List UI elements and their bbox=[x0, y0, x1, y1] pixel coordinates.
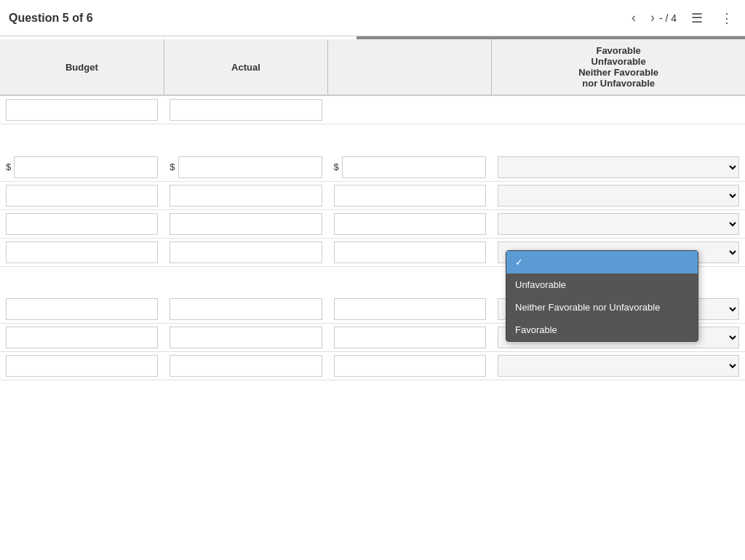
cell-type-1 bbox=[492, 95, 745, 124]
select-type-8[interactable]: Unfavorable Neither Favorable nor Unfavo… bbox=[498, 355, 739, 377]
input-variance-4[interactable] bbox=[334, 213, 486, 235]
cell-variance-8 bbox=[328, 352, 492, 380]
select-type-3[interactable]: Unfavorable Neither Favorable nor Unfavo… bbox=[498, 185, 739, 207]
col-header-type: FavorableUnfavorableNeither Favorablenor… bbox=[492, 39, 745, 95]
header-right: - / 4 ☰ ⋮ bbox=[659, 7, 736, 29]
select-type-4[interactable]: Unfavorable Neither Favorable nor Unfavo… bbox=[498, 213, 739, 235]
dollar-sign-budget: $ bbox=[6, 161, 11, 172]
input-variance-5[interactable] bbox=[334, 241, 486, 263]
input-budget-8[interactable] bbox=[6, 355, 158, 377]
col-header-budget: Budget bbox=[0, 39, 164, 95]
col-header-actual: Actual bbox=[164, 39, 327, 95]
cell-budget-1 bbox=[0, 95, 164, 124]
input-budget-dollar[interactable] bbox=[14, 156, 158, 178]
cell-budget-8 bbox=[0, 352, 164, 380]
table-row: Unfavorable Neither Favorable nor Unfavo… bbox=[0, 209, 745, 238]
input-actual-5[interactable] bbox=[170, 241, 322, 263]
input-variance-6[interactable] bbox=[334, 298, 486, 320]
cell-variance-4 bbox=[328, 209, 492, 238]
input-budget-5[interactable] bbox=[6, 241, 158, 263]
cell-variance-6 bbox=[328, 295, 492, 324]
cell-budget-dollar: $ bbox=[0, 153, 164, 182]
col-header-variance bbox=[328, 39, 492, 95]
table-row: Unfavorable Neither Favorable nor Unfavo… bbox=[0, 181, 745, 209]
more-icon-button[interactable]: ⋮ bbox=[717, 7, 736, 29]
table-row bbox=[0, 95, 745, 124]
header: Question 5 of 6 ‹ › - / 4 ☰ ⋮ bbox=[0, 0, 745, 36]
cell-actual-5 bbox=[164, 238, 327, 266]
input-budget-4[interactable] bbox=[6, 213, 158, 235]
input-variance-3[interactable] bbox=[334, 185, 486, 207]
input-actual-4[interactable] bbox=[170, 213, 322, 235]
prev-button[interactable]: ‹ bbox=[627, 7, 640, 28]
gap-row-2 bbox=[0, 139, 745, 153]
cell-budget-7 bbox=[0, 324, 164, 352]
cell-variance-3 bbox=[328, 181, 492, 209]
input-actual-7[interactable] bbox=[170, 327, 322, 348]
cell-type-dollar: Unfavorable Neither Favorable nor Unfavo… bbox=[492, 153, 745, 182]
input-variance-7[interactable] bbox=[334, 327, 486, 348]
page-count: - / 4 bbox=[659, 12, 677, 24]
main-content: Budget Actual FavorableUnfavorableNeithe… bbox=[0, 39, 745, 380]
cell-budget-4 bbox=[0, 209, 164, 238]
cell-actual-7 bbox=[164, 324, 327, 352]
table-row: $ $ $ bbox=[0, 153, 745, 182]
cell-variance-1 bbox=[328, 95, 492, 124]
input-actual-6[interactable] bbox=[170, 298, 322, 320]
table-row: Unfavorable Neither Favorable nor Unfavo… bbox=[0, 352, 745, 380]
input-actual-dollar[interactable] bbox=[178, 156, 322, 178]
cell-actual-8 bbox=[164, 352, 327, 380]
input-budget-1[interactable] bbox=[6, 99, 158, 121]
cell-actual-4 bbox=[164, 209, 327, 238]
input-variance-8[interactable] bbox=[334, 355, 486, 377]
cell-type-4: Unfavorable Neither Favorable nor Unfavo… bbox=[492, 209, 745, 238]
cell-actual-3 bbox=[164, 181, 327, 209]
cell-variance-7 bbox=[328, 324, 492, 352]
dropdown-item-unfavorable[interactable]: Unfavorable bbox=[506, 273, 698, 296]
select-type-dollar[interactable]: Unfavorable Neither Favorable nor Unfavo… bbox=[498, 156, 739, 178]
cell-actual-dollar: $ bbox=[164, 153, 327, 182]
cell-variance-dollar: $ bbox=[328, 153, 492, 182]
gap-row-1 bbox=[0, 124, 745, 139]
dropdown-item-label-unfavorable: Unfavorable bbox=[515, 279, 566, 290]
cell-budget-3 bbox=[0, 181, 164, 209]
dollar-sign-actual: $ bbox=[170, 161, 175, 172]
dropdown-item-label-neither: Neither Favorable nor Unfavorable bbox=[515, 302, 660, 313]
cell-variance-5 bbox=[328, 238, 492, 266]
input-budget-7[interactable] bbox=[6, 327, 158, 348]
nav-buttons: ‹ › bbox=[627, 7, 659, 28]
next-button[interactable]: › bbox=[646, 7, 659, 28]
input-actual-1[interactable] bbox=[170, 99, 322, 121]
list-icon-button[interactable]: ☰ bbox=[688, 7, 706, 29]
input-variance-dollar[interactable] bbox=[342, 156, 486, 178]
cell-budget-6 bbox=[0, 295, 164, 324]
dropdown-item-favorable[interactable]: Favorable bbox=[506, 319, 698, 341]
input-budget-3[interactable] bbox=[6, 185, 158, 207]
cell-type-3: Unfavorable Neither Favorable nor Unfavo… bbox=[492, 181, 745, 209]
dropdown-item-label-favorable: Favorable bbox=[515, 324, 557, 335]
cell-type-8: Unfavorable Neither Favorable nor Unfavo… bbox=[492, 352, 745, 380]
input-budget-6[interactable] bbox=[6, 298, 158, 320]
dropdown-item-neither[interactable]: Neither Favorable nor Unfavorable bbox=[506, 296, 698, 319]
dollar-sign-variance: $ bbox=[334, 161, 339, 172]
dropdown-overlay: ✓ Unfavorable Neither Favorable nor Unfa… bbox=[506, 250, 698, 342]
input-actual-3[interactable] bbox=[170, 185, 322, 207]
input-actual-8[interactable] bbox=[170, 355, 322, 377]
cell-budget-5 bbox=[0, 238, 164, 266]
dropdown-item-blank[interactable]: ✓ bbox=[506, 251, 698, 273]
cell-actual-6 bbox=[164, 295, 327, 324]
question-title: Question 5 of 6 bbox=[9, 12, 627, 25]
check-icon: ✓ bbox=[515, 257, 523, 268]
cell-actual-1 bbox=[164, 95, 327, 124]
